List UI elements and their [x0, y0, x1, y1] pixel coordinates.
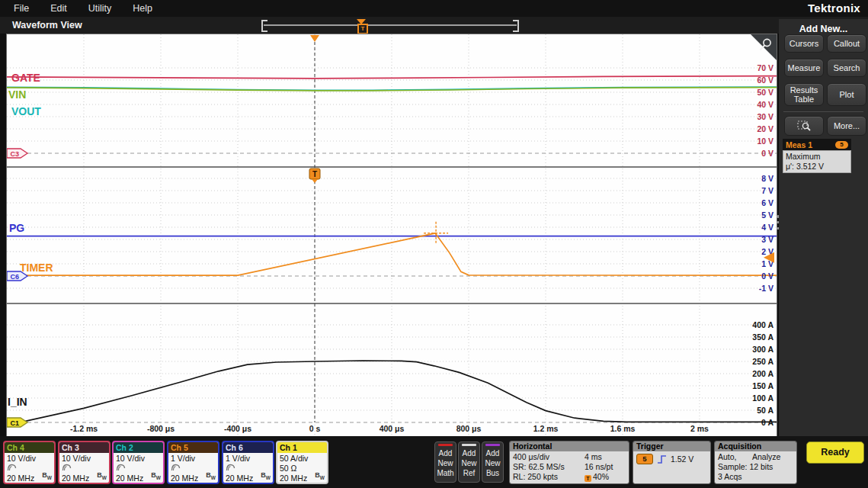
add-new-cursors[interactable]: Cursors	[784, 34, 824, 53]
channel-badge-ch-4[interactable]: Ch 410 V/div20 MHzBW	[3, 441, 56, 484]
svg-text:250 A: 250 A	[752, 357, 774, 366]
acquisition-sample-bits: Sample: 12 bits	[718, 462, 793, 472]
measurement-title: Meas 1	[786, 140, 812, 149]
rising-edge-icon	[657, 454, 667, 464]
channel-badge-ch-5[interactable]: Ch 51 V/div20 MHzBW	[167, 441, 219, 484]
channel-badge-ch-3[interactable]: Ch 310 V/div20 MHzBW	[58, 441, 111, 484]
measurement-value: μ': 3.512 V	[786, 162, 848, 172]
svg-text:C1: C1	[11, 419, 20, 427]
trigger-badge-panel[interactable]: Trigger 5 1.52 V	[633, 441, 711, 484]
channel-badge-ch-6[interactable]: Ch 61 V/div20 MHzBW	[222, 441, 274, 484]
trace-label-vout: VOUT	[11, 105, 41, 117]
trigger-badge[interactable]: T	[309, 169, 320, 183]
svg-text:4 V: 4 V	[761, 223, 774, 232]
channel-scale: 10 V/div	[116, 454, 161, 464]
zoom-select-button[interactable]	[784, 116, 824, 136]
svg-text:800 μs: 800 μs	[456, 424, 482, 433]
measurement-source-badge: 5	[835, 141, 848, 149]
svg-text:50 A: 50 A	[757, 406, 774, 415]
menu-help[interactable]: Help	[133, 3, 152, 14]
menu-bar: File Edit Utility Help Tektronix	[0, 0, 868, 17]
add-new-bus[interactable]: AddNewBus	[482, 441, 504, 483]
trigger-title: Trigger	[633, 441, 710, 451]
channel-scale: 1 V/div	[226, 454, 271, 464]
record-view-left-bracket	[261, 20, 267, 32]
channel-marker-c3[interactable]: C3	[7, 149, 27, 158]
bandwidth-limit-icon: BW	[97, 470, 107, 483]
add-new-search[interactable]: Search	[827, 59, 866, 77]
acquisition-count: 3 Acqs	[718, 472, 793, 482]
trace-label-vin: VIN	[8, 88, 26, 101]
svg-text:0 s: 0 s	[309, 424, 321, 433]
acquisition-mode: Auto,	[718, 452, 752, 462]
add-new-measure[interactable]: Measure	[784, 59, 824, 77]
probe-icon	[116, 464, 126, 471]
svg-text:-1 V: -1 V	[759, 284, 774, 293]
menu-file[interactable]: File	[14, 3, 29, 14]
add-new-header: Add New...	[779, 24, 868, 34]
trigger-position-marker[interactable]	[310, 35, 319, 42]
accent-strip	[462, 444, 476, 446]
svg-text:10 V: 10 V	[757, 136, 774, 146]
sidebar: Add New... More... Meas 1 5 Maximum μ': …	[779, 19, 868, 436]
svg-text:5 V: 5 V	[761, 210, 774, 220]
probe-icon	[7, 464, 17, 471]
channel-badge-ch-1[interactable]: Ch 150 A/div50 Ω20 MHzBW	[276, 441, 328, 484]
horizontal-scale: 400 μs/div	[513, 452, 585, 462]
svg-text:C6: C6	[11, 273, 20, 281]
bottom-bar: Ch 410 V/div20 MHzBWCh 310 V/div20 MHzBW…	[0, 436, 868, 488]
svg-text:C3: C3	[11, 150, 20, 158]
menu-utility[interactable]: Utility	[88, 3, 112, 14]
trigger-position-flag-icon: T	[585, 475, 591, 482]
channel-name: Ch 1	[277, 442, 327, 453]
trigger-level-value: 1.52 V	[671, 454, 693, 464]
horizontal-badge[interactable]: Horizontal 400 μs/div4 ms SR: 62.5 MS/s1…	[509, 441, 629, 484]
menu-edit[interactable]: Edit	[50, 3, 67, 14]
channel-marker-c1[interactable]: C1	[7, 418, 27, 427]
svg-text:8 V: 8 V	[761, 174, 774, 183]
svg-text:30 V: 30 V	[757, 112, 774, 121]
accent-strip	[438, 444, 453, 446]
waveform-view[interactable]: GATEVINVOUTPGTIMERI_IN70 V60 V50 V40 V30…	[6, 34, 777, 438]
channel-name: Ch 2	[114, 442, 163, 453]
bandwidth-limit-icon: BW	[206, 470, 216, 483]
probe-icon	[171, 464, 181, 471]
svg-text:7 V: 7 V	[761, 186, 774, 195]
add-new-plot[interactable]: Plot	[827, 83, 866, 106]
axis-tick-labels: 70 V60 V50 V40 V30 V20 V10 V0 V8 V7 V6 V…	[70, 63, 774, 433]
waveform-plot[interactable]: GATEVINVOUTPGTIMERI_IN70 V60 V50 V40 V30…	[7, 34, 777, 437]
probe-icon	[226, 464, 235, 471]
svg-text:20 V: 20 V	[757, 124, 774, 133]
trigger-position-badge[interactable]: T	[357, 24, 368, 34]
channel-badge-ch-2[interactable]: Ch 210 V/div20 MHzBW	[112, 441, 165, 484]
add-new-callout[interactable]: Callout	[827, 34, 866, 53]
trace-label-i-in: I_IN	[8, 396, 27, 408]
acquisition-badge[interactable]: Acquisition Auto,Analyze Sample: 12 bits…	[714, 441, 797, 484]
svg-text:40 V: 40 V	[757, 100, 774, 109]
svg-text:200 A: 200 A	[752, 369, 774, 378]
tab-waveform-view[interactable]: Waveform View	[12, 20, 82, 30]
acquisition-analyze: Analyze	[752, 452, 793, 462]
more-button[interactable]: More...	[827, 116, 866, 136]
bandwidth-limit-icon: BW	[42, 470, 52, 483]
svg-text:-1.2 ms: -1.2 ms	[70, 424, 98, 433]
svg-text:-400 μs: -400 μs	[224, 424, 251, 433]
svg-text:60 V: 60 V	[757, 75, 774, 85]
measurement-badge-meas1[interactable]: Meas 1 5 Maximum μ': 3.512 V	[783, 139, 851, 173]
channel-scale: 1 V/div	[171, 454, 216, 464]
svg-text:0 V: 0 V	[761, 149, 774, 158]
channel-name: Ch 3	[59, 442, 109, 453]
add-new-math[interactable]: AddNewMath	[434, 441, 456, 483]
record-view-minimap[interactable]: T	[261, 19, 519, 32]
svg-text:300 A: 300 A	[752, 345, 774, 354]
add-new-ref[interactable]: AddNewRef	[458, 441, 480, 483]
horizontal-title: Horizontal	[510, 441, 629, 451]
svg-text:6 V: 6 V	[761, 198, 774, 207]
tab-bar: Waveform View T	[0, 17, 868, 34]
channel-name: Ch 6	[223, 442, 273, 453]
zoom-corner-icon[interactable]	[751, 34, 777, 60]
svg-text:T: T	[312, 170, 317, 178]
tektronix-logo: Tektronix	[808, 2, 860, 14]
accent-strip	[485, 444, 500, 446]
add-new-results-table[interactable]: Results Table	[784, 83, 824, 106]
